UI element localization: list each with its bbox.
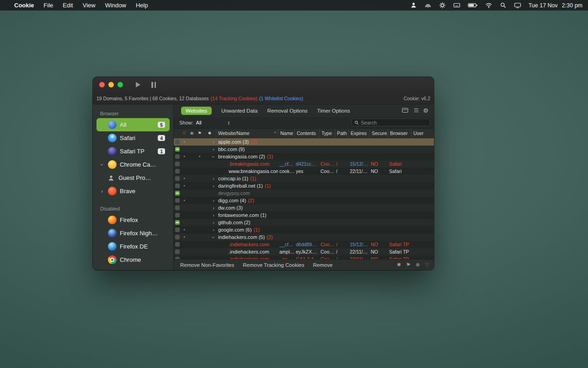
row-checkbox[interactable] [175, 176, 180, 181]
disclosure-cell[interactable]: › [203, 197, 216, 204]
tab-websites[interactable]: Websites [181, 107, 212, 115]
chevron-right-icon[interactable]: › [213, 176, 214, 181]
table-row[interactable]: ›fontawesome.com (1) [174, 211, 434, 219]
keyboard-icon[interactable] [453, 2, 460, 9]
hotspot-icon[interactable] [424, 2, 432, 9]
table-row[interactable]: .indiehackers.comampl…eyJkZX…Coo…/22/11/… [174, 248, 434, 255]
disclosure-cell[interactable] [203, 189, 216, 197]
menu-file[interactable]: File [43, 2, 53, 9]
row-checkbox[interactable] [175, 206, 180, 210]
column-header-browser[interactable]: Browser [388, 129, 411, 138]
chevron-down-icon[interactable]: › [211, 156, 216, 157]
globe-icon[interactable]: ⊕ [188, 129, 196, 138]
chevron-down-icon[interactable]: › [211, 236, 216, 238]
tab-unwanted-data[interactable]: Unwanted Data [221, 108, 257, 114]
sidebar-item-guest-profile[interactable]: Guest Pro… [104, 171, 170, 184]
disclosure-cell[interactable] [203, 248, 216, 255]
search-field[interactable] [352, 119, 430, 126]
remove-button[interactable]: Remove [313, 262, 332, 268]
list-view-icon[interactable] [412, 108, 419, 114]
app-menu-title[interactable]: Cookie [14, 2, 34, 9]
window-titlebar[interactable] [93, 77, 434, 92]
chevron-right-icon[interactable]: › [213, 184, 214, 189]
row-checkbox[interactable] [175, 191, 180, 195]
table-row[interactable]: ›github.com (2) [174, 219, 434, 226]
remove-tracking-cookies-button[interactable]: Remove Tracking Cookies [243, 262, 304, 268]
user-icon[interactable] [410, 2, 417, 9]
row-checkbox[interactable] [175, 235, 180, 239]
chevron-right-icon[interactable]: › [213, 140, 214, 145]
status-whitelist-count[interactable]: (1 Whitelist Cookies) [259, 96, 303, 101]
heart-icon[interactable]: ♡ [181, 129, 188, 138]
column-header-contents[interactable]: Contents [294, 129, 319, 138]
column-header-name[interactable]: Name [278, 129, 294, 138]
globe-icon[interactable]: ⊕ [416, 262, 420, 268]
sidebar-item-chrome-canary[interactable]: › Chrome Ca… [96, 158, 170, 171]
chevron-right-icon[interactable]: › [213, 227, 214, 233]
battery-icon[interactable] [468, 2, 478, 9]
flag-icon[interactable]: ⚑ [196, 129, 203, 138]
disclosure-cell[interactable] [203, 160, 216, 168]
row-checkbox[interactable] [175, 220, 180, 225]
menu-view[interactable]: View [83, 2, 96, 9]
table-row[interactable]: ›bbc.com (9) [174, 146, 434, 153]
sidebar-item-firefox-nightly[interactable]: Firefox Nigh… [96, 227, 170, 240]
disclosure-cell[interactable]: › [203, 226, 216, 233]
disclosure-cell[interactable]: › [203, 153, 216, 160]
tab-timer-options[interactable]: Timer Options [317, 108, 350, 114]
card-view-icon[interactable] [402, 108, 408, 114]
flag-icon[interactable]: ⚑ [406, 262, 411, 268]
row-checkbox[interactable] [175, 154, 180, 159]
sidebar-item-chrome[interactable]: Chrome [96, 253, 170, 266]
table-row[interactable]: .breakingasia.com__cf…d421cc…Coo…/15/12/… [174, 160, 434, 168]
show-value-dropdown[interactable]: All [196, 120, 202, 125]
sidebar-item-firefox-de[interactable]: Firefox DE [96, 240, 170, 253]
row-checkbox[interactable] [175, 162, 180, 166]
row-checkbox[interactable] [175, 227, 180, 232]
table-row[interactable]: ••›breakingasia.com (2)(1) [174, 153, 434, 160]
table-row[interactable]: •›indiehackers.com (5)(2) [174, 233, 434, 241]
zoom-button[interactable] [118, 82, 123, 87]
heart-icon[interactable]: ♡ [425, 262, 429, 268]
gear-icon[interactable] [439, 2, 446, 9]
disclosure-cell[interactable]: › [203, 175, 216, 182]
chevron-right-icon[interactable]: › [213, 220, 214, 225]
menu-window[interactable]: Window [105, 2, 126, 9]
table-row[interactable]: •›digg.com (4)(2) [174, 197, 434, 204]
close-button[interactable] [99, 82, 105, 87]
table-row[interactable]: www.breakingasia.comcook…yesCoo…/22/11/…… [174, 168, 434, 175]
table-row[interactable]: .indiehackers.com_gaGA1.2.4…Coo…/22/11/…… [174, 255, 434, 259]
disclosure-cell[interactable]: › [203, 204, 216, 211]
disclosure-cell[interactable] [203, 168, 216, 175]
disclosure-cell[interactable]: › [203, 233, 216, 241]
disclosure-cell[interactable] [203, 241, 216, 248]
sidebar-item-firefox[interactable]: Firefox [96, 213, 170, 227]
row-checkbox[interactable] [175, 140, 180, 144]
tab-removal-options[interactable]: Removal Options [267, 108, 307, 114]
table-row[interactable]: •›daringfireball.net (1)(1) [174, 182, 434, 189]
asterisk-icon[interactable]: ✱ [203, 129, 216, 138]
minimize-button[interactable] [108, 82, 114, 87]
sidebar-item-safari-tp[interactable]: Safari TP 1 [96, 145, 170, 158]
row-checkbox[interactable] [175, 169, 180, 173]
settings-gear-icon[interactable]: ⚙ [423, 107, 428, 114]
chevron-right-icon[interactable]: › [213, 198, 214, 203]
asterisk-icon[interactable]: ✱ [397, 262, 401, 268]
disclosure-cell[interactable]: › [203, 146, 216, 153]
table-row[interactable]: ›dw.com (3) [174, 204, 434, 211]
row-checkbox[interactable] [175, 184, 180, 188]
chevron-right-icon[interactable]: › [99, 188, 105, 195]
sidebar-item-all[interactable]: All 5 [96, 118, 170, 131]
table-row[interactable]: •›coincap.io (1)(1) [174, 175, 434, 182]
disclosure-cell[interactable]: › [203, 182, 216, 189]
sidebar-item-brave[interactable]: › Brave [96, 184, 170, 198]
disclosure-cell[interactable] [203, 255, 216, 259]
disclosure-cell[interactable]: › [203, 219, 216, 226]
row-checkbox[interactable] [175, 198, 180, 203]
column-header-secure[interactable]: Secure [369, 129, 388, 138]
disclosure-cell[interactable]: › [203, 138, 216, 146]
disclosure-cell[interactable]: › [203, 211, 216, 219]
chevron-right-icon[interactable]: › [213, 213, 214, 218]
row-checkbox[interactable] [175, 213, 180, 217]
menubar-clock[interactable]: Tue 17 Nov 2:30 pm [529, 2, 583, 9]
